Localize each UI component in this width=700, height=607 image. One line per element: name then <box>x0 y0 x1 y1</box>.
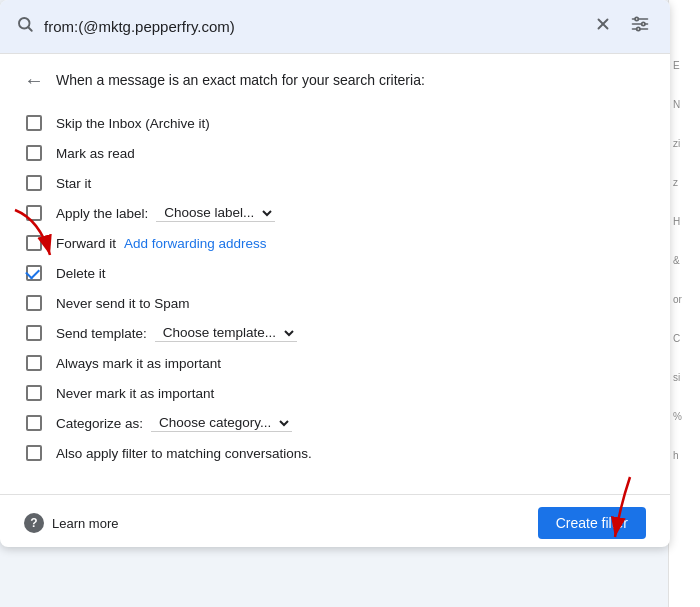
peek-line-5: H <box>669 216 700 227</box>
filter-dialog: from:(@mktg.pepperfry.com) <box>0 0 670 547</box>
learn-more-section: ? Learn more <box>24 513 118 533</box>
checkbox-also-apply[interactable] <box>26 445 42 461</box>
checkbox-always-important-wrap[interactable] <box>24 353 44 373</box>
label-delete-it: Delete it <box>56 266 106 281</box>
label-mark-read: Mark as read <box>56 146 135 161</box>
checkbox-star-it[interactable] <box>26 175 42 191</box>
option-categorize: Categorize as: Choose category... <box>24 408 646 438</box>
svg-line-1 <box>28 27 31 30</box>
checkbox-delete-it-wrap[interactable] <box>24 263 44 283</box>
label-categorize: Categorize as: Choose category... <box>56 414 292 432</box>
peek-line-3: zi <box>669 138 700 149</box>
filter-body: ← When a message is an exact match for y… <box>0 54 670 488</box>
option-star-it: Star it <box>24 168 646 198</box>
checkbox-mark-read-wrap[interactable] <box>24 143 44 163</box>
checkbox-delete-it[interactable] <box>26 265 42 281</box>
checkbox-skip-inbox[interactable] <box>26 115 42 131</box>
svg-point-8 <box>642 22 645 25</box>
search-query: from:(@mktg.pepperfry.com) <box>44 18 580 35</box>
option-apply-label: Apply the label: Choose label... <box>24 198 646 228</box>
search-bar: from:(@mktg.pepperfry.com) <box>0 0 670 54</box>
checkbox-never-spam-wrap[interactable] <box>24 293 44 313</box>
option-never-important: Never mark it as important <box>24 378 646 408</box>
label-dropdown[interactable]: Choose label... <box>156 204 275 222</box>
checkbox-always-important[interactable] <box>26 355 42 371</box>
label-skip-inbox: Skip the Inbox (Archive it) <box>56 116 210 131</box>
checkbox-apply-label-wrap[interactable] <box>24 203 44 223</box>
option-skip-inbox: Skip the Inbox (Archive it) <box>24 108 646 138</box>
category-dropdown[interactable]: Choose category... <box>151 414 292 432</box>
filter-header: ← When a message is an exact match for y… <box>24 70 646 90</box>
learn-more-link[interactable]: Learn more <box>52 516 118 531</box>
template-dropdown[interactable]: Choose template... <box>155 324 297 342</box>
option-forward-it: Forward it Add forwarding address <box>24 228 646 258</box>
dialog-wrapper: E N zi z H & or C si % h from:(@mktg.pep… <box>0 0 700 607</box>
option-delete-it: Delete it <box>24 258 646 288</box>
add-forwarding-link[interactable]: Add forwarding address <box>124 236 267 251</box>
checkbox-also-apply-wrap[interactable] <box>24 443 44 463</box>
checkbox-never-spam[interactable] <box>26 295 42 311</box>
peek-line-1: E <box>669 60 700 71</box>
label-never-important: Never mark it as important <box>56 386 214 401</box>
checkbox-never-important-wrap[interactable] <box>24 383 44 403</box>
peek-line-8: C <box>669 333 700 344</box>
label-forward-it: Forward it Add forwarding address <box>56 236 267 251</box>
search-close-button[interactable] <box>590 11 616 42</box>
checkbox-categorize-wrap[interactable] <box>24 413 44 433</box>
label-star-it: Star it <box>56 176 91 191</box>
label-also-apply: Also apply filter to matching conversati… <box>56 446 312 461</box>
filter-options-list: Skip the Inbox (Archive it) Mark as read… <box>24 108 646 468</box>
label-never-spam: Never send it to Spam <box>56 296 190 311</box>
checkbox-apply-label[interactable] <box>26 205 42 221</box>
peek-line-2: N <box>669 99 700 110</box>
peek-line-4: z <box>669 177 700 188</box>
option-never-spam: Never send it to Spam <box>24 288 646 318</box>
checkbox-send-template[interactable] <box>26 325 42 341</box>
dialog-footer: ? Learn more Create filter <box>0 494 670 547</box>
email-peek: E N zi z H & or C si % h <box>668 0 700 607</box>
checkbox-forward-it[interactable] <box>26 235 42 251</box>
label-always-important: Always mark it as important <box>56 356 221 371</box>
create-filter-button[interactable]: Create filter <box>538 507 646 539</box>
peek-line-7: or <box>669 294 700 305</box>
checkbox-never-important[interactable] <box>26 385 42 401</box>
peek-line-9: si <box>669 372 700 383</box>
checkbox-send-template-wrap[interactable] <box>24 323 44 343</box>
peek-line-11: h <box>669 450 700 461</box>
svg-point-9 <box>637 27 640 30</box>
checkbox-skip-inbox-wrap[interactable] <box>24 113 44 133</box>
checkbox-forward-it-wrap[interactable] <box>24 233 44 253</box>
option-always-important: Always mark it as important <box>24 348 646 378</box>
label-send-template: Send template: Choose template... <box>56 324 297 342</box>
option-mark-read: Mark as read <box>24 138 646 168</box>
checkbox-star-it-wrap[interactable] <box>24 173 44 193</box>
svg-point-7 <box>635 17 638 20</box>
search-icon <box>16 15 34 38</box>
filter-description: When a message is an exact match for you… <box>56 72 425 88</box>
peek-line-6: & <box>669 255 700 266</box>
checkbox-mark-read[interactable] <box>26 145 42 161</box>
peek-line-10: % <box>669 411 700 422</box>
option-send-template: Send template: Choose template... <box>24 318 646 348</box>
help-icon[interactable]: ? <box>24 513 44 533</box>
search-options-button[interactable] <box>626 10 654 43</box>
checkbox-categorize[interactable] <box>26 415 42 431</box>
label-apply-label: Apply the label: Choose label... <box>56 204 275 222</box>
option-also-apply: Also apply filter to matching conversati… <box>24 438 646 468</box>
back-button[interactable]: ← <box>24 70 44 90</box>
